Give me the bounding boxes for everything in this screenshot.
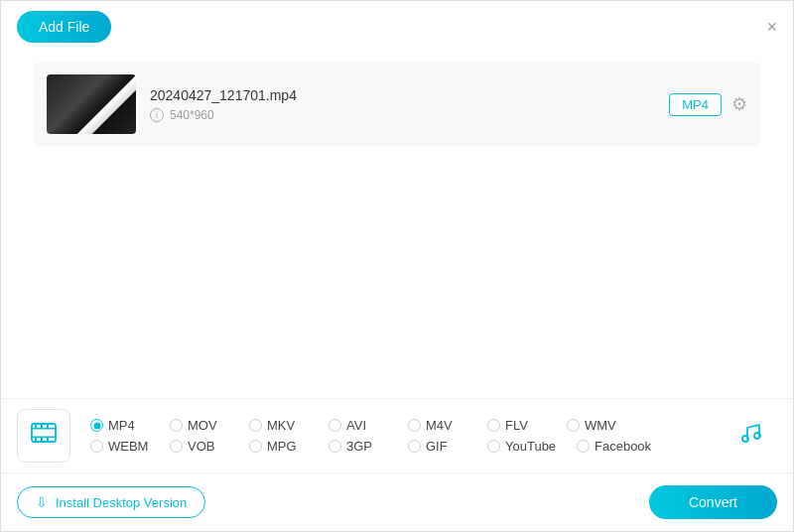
settings-icon[interactable]: ⚙ bbox=[731, 93, 747, 115]
film-icon bbox=[30, 419, 58, 453]
format-option-avi[interactable]: AVI bbox=[329, 418, 408, 433]
install-label: Install Desktop Version bbox=[56, 495, 187, 510]
thumbnail-visual bbox=[47, 74, 136, 134]
svg-rect-8 bbox=[47, 438, 49, 442]
bottom-section: MP4 MOV MKV AVI bbox=[1, 398, 793, 472]
file-resolution: 540*960 bbox=[170, 108, 214, 122]
footer: ⇩ Install Desktop Version Convert bbox=[1, 472, 793, 531]
format-label-facebook: Facebook bbox=[595, 439, 651, 454]
format-label-3gp: 3GP bbox=[346, 439, 372, 454]
file-list: 20240427_121701.mp4 i 540*960 MP4 ⚙ bbox=[17, 63, 777, 146]
radio-mov[interactable] bbox=[170, 419, 183, 432]
format-label-mp4: MP4 bbox=[108, 418, 135, 433]
file-thumbnail bbox=[47, 74, 136, 134]
radio-mkv[interactable] bbox=[249, 419, 262, 432]
file-item: 20240427_121701.mp4 i 540*960 MP4 ⚙ bbox=[33, 63, 761, 146]
format-badge[interactable]: MP4 bbox=[669, 93, 722, 116]
svg-rect-7 bbox=[41, 438, 43, 442]
radio-m4v[interactable] bbox=[408, 419, 421, 432]
format-label-wmv: WMV bbox=[585, 418, 616, 433]
file-meta: i 540*960 bbox=[150, 108, 655, 122]
format-selector: MP4 MOV MKV AVI bbox=[17, 399, 777, 472]
format-label-gif: GIF bbox=[426, 439, 448, 454]
radio-facebook[interactable] bbox=[577, 440, 590, 453]
download-icon: ⇩ bbox=[36, 494, 48, 510]
file-info: 20240427_121701.mp4 i 540*960 bbox=[150, 87, 655, 122]
format-option-youtube[interactable]: YouTube bbox=[487, 439, 577, 454]
convert-button[interactable]: Convert bbox=[649, 485, 777, 519]
format-label-mkv: MKV bbox=[267, 418, 295, 433]
file-name: 20240427_121701.mp4 bbox=[150, 87, 655, 103]
file-actions: MP4 ⚙ bbox=[669, 93, 747, 116]
radio-mpg[interactable] bbox=[249, 440, 262, 453]
format-row-1: MP4 MOV MKV AVI bbox=[90, 418, 714, 433]
radio-3gp[interactable] bbox=[329, 440, 341, 453]
content-area: 20240427_121701.mp4 i 540*960 MP4 ⚙ bbox=[1, 51, 793, 398]
radio-webm[interactable] bbox=[90, 440, 103, 453]
video-format-icon-area[interactable] bbox=[17, 409, 70, 463]
install-desktop-button[interactable]: ⇩ Install Desktop Version bbox=[17, 486, 205, 518]
format-option-wmv[interactable]: WMV bbox=[567, 418, 646, 433]
radio-avi[interactable] bbox=[329, 419, 341, 432]
format-option-mov[interactable]: MOV bbox=[170, 418, 249, 433]
format-option-mkv[interactable]: MKV bbox=[249, 418, 329, 433]
format-label-avi: AVI bbox=[346, 418, 366, 433]
format-option-gif[interactable]: GIF bbox=[408, 439, 487, 454]
format-label-vob: VOB bbox=[188, 439, 214, 454]
radio-vob[interactable] bbox=[170, 440, 183, 453]
info-icon: i bbox=[150, 108, 164, 122]
format-label-webm: WEBM bbox=[108, 439, 148, 454]
add-file-button[interactable]: Add File bbox=[17, 11, 111, 43]
format-label-youtube: YouTube bbox=[505, 439, 556, 454]
format-label-mpg: MPG bbox=[267, 439, 297, 454]
radio-flv[interactable] bbox=[487, 419, 500, 432]
audio-format-icon-area[interactable] bbox=[724, 409, 777, 463]
radio-wmv[interactable] bbox=[567, 419, 580, 432]
format-label-m4v: M4V bbox=[426, 418, 453, 433]
format-row-2: WEBM VOB MPG 3GP bbox=[90, 439, 714, 454]
music-note-icon bbox=[737, 420, 763, 452]
format-option-webm[interactable]: WEBM bbox=[90, 439, 170, 454]
svg-rect-4 bbox=[41, 424, 43, 428]
svg-rect-3 bbox=[35, 424, 37, 428]
radio-gif[interactable] bbox=[408, 440, 421, 453]
top-bar: Add File × bbox=[1, 1, 793, 51]
format-label-mov: MOV bbox=[188, 418, 217, 433]
format-option-vob[interactable]: VOB bbox=[170, 439, 249, 454]
format-option-flv[interactable]: FLV bbox=[487, 418, 567, 433]
format-options-grid: MP4 MOV MKV AVI bbox=[90, 418, 714, 454]
close-button[interactable]: × bbox=[766, 18, 777, 36]
radio-youtube[interactable] bbox=[487, 440, 500, 453]
format-option-facebook[interactable]: Facebook bbox=[577, 439, 656, 454]
svg-rect-5 bbox=[47, 424, 49, 428]
svg-rect-1 bbox=[32, 428, 56, 430]
svg-rect-6 bbox=[35, 438, 37, 442]
format-option-m4v[interactable]: M4V bbox=[408, 418, 487, 433]
format-option-mp4[interactable]: MP4 bbox=[90, 418, 170, 433]
format-option-mpg[interactable]: MPG bbox=[249, 439, 329, 454]
format-option-3gp[interactable]: 3GP bbox=[329, 439, 408, 454]
svg-rect-2 bbox=[32, 437, 56, 439]
main-content: Add File × 20240427_121701.mp4 i 540*960… bbox=[1, 1, 793, 531]
radio-mp4[interactable] bbox=[90, 419, 103, 432]
format-label-flv: FLV bbox=[505, 418, 528, 433]
